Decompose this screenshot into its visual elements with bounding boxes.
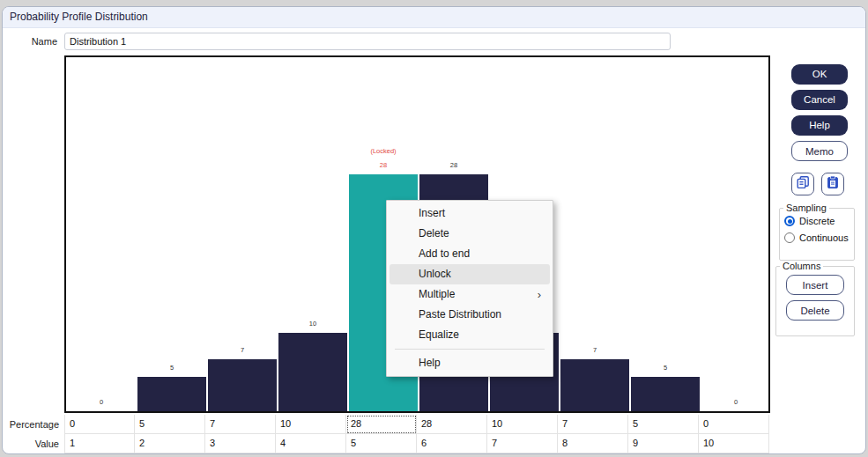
bar-value-label: 28 xyxy=(348,161,419,169)
table-cell[interactable]: 2 xyxy=(135,434,205,453)
menu-item-delete[interactable]: Delete xyxy=(389,224,550,244)
table-cell[interactable]: 10 xyxy=(276,415,346,434)
bar[interactable] xyxy=(137,377,206,411)
radio-label: Discrete xyxy=(799,216,835,226)
radio-icon xyxy=(784,232,795,243)
probability-profile-dialog: Probability Profile Distribution Name 05… xyxy=(2,6,866,454)
menu-item-unlock[interactable]: Unlock xyxy=(389,264,550,284)
help-button[interactable]: Help xyxy=(791,115,848,136)
radio-option-discrete[interactable]: Discrete xyxy=(780,213,854,230)
dialog-title: Probability Profile Distribution xyxy=(10,11,148,23)
table-cell[interactable]: 1 xyxy=(64,434,135,453)
paste-icon xyxy=(826,175,840,193)
bar-value-label: 5 xyxy=(630,364,701,372)
bar[interactable] xyxy=(208,359,277,411)
screen: Probability Profile Distribution Name 05… xyxy=(0,0,868,457)
radio-selected-icon xyxy=(784,216,795,226)
memo-button[interactable]: Memo xyxy=(791,141,848,161)
menu-item-help[interactable]: Help xyxy=(389,353,550,373)
bar-value-label: 0 xyxy=(701,398,771,406)
radio-option-continuous[interactable]: Continuous xyxy=(780,230,854,247)
table-cell[interactable]: 3 xyxy=(205,434,276,453)
copy-distribution-button[interactable] xyxy=(791,173,814,195)
table-cell[interactable]: 10 xyxy=(699,434,769,453)
menu-item-equalize[interactable]: Equalize xyxy=(389,325,550,345)
menu-separator xyxy=(395,349,545,350)
bar-value-label: 28 xyxy=(419,161,489,169)
paste-distribution-button[interactable] xyxy=(821,173,844,195)
table-cell[interactable]: 5 xyxy=(346,434,417,453)
bar-value-label: 7 xyxy=(207,346,278,354)
cancel-button[interactable]: Cancel xyxy=(791,90,848,110)
bar-value-label: 10 xyxy=(278,320,348,328)
copy-icon xyxy=(796,175,810,193)
table-cell[interactable]: 28 xyxy=(417,415,487,434)
columns-legend: Columns xyxy=(780,261,823,271)
columns-group: Columns Insert Delete xyxy=(775,261,855,336)
distribution-table: Percentage05710282810750Value12345678910 xyxy=(64,415,772,453)
row-label: Value xyxy=(3,434,59,453)
menu-item-multiple[interactable]: Multiple› xyxy=(389,284,550,305)
table-cell[interactable]: 4 xyxy=(276,434,346,453)
sampling-group: Sampling DiscreteContinuous xyxy=(779,203,855,261)
table-row: Value12345678910 xyxy=(64,434,772,453)
bar[interactable] xyxy=(560,359,629,411)
bar-value-label: 0 xyxy=(66,398,137,406)
menu-item-paste-distribution[interactable]: Paste Distribution xyxy=(389,305,550,325)
columns-insert-button[interactable]: Insert xyxy=(786,275,844,295)
bar-value-label: 5 xyxy=(137,364,207,372)
bar[interactable] xyxy=(278,333,347,411)
table-cell[interactable]: 8 xyxy=(558,434,628,453)
ok-button[interactable]: OK xyxy=(791,64,848,85)
bar[interactable] xyxy=(631,377,700,411)
columns-delete-button[interactable]: Delete xyxy=(786,300,844,321)
table-cell-selected[interactable]: 28 xyxy=(346,415,417,434)
table-cell[interactable]: 10 xyxy=(487,415,558,434)
table-cell[interactable]: 7 xyxy=(487,434,558,453)
name-input[interactable] xyxy=(64,33,671,50)
locked-annotation: (Locked) xyxy=(348,147,419,155)
table-cell[interactable]: 7 xyxy=(558,415,628,434)
row-label: Percentage xyxy=(3,415,59,434)
table-row: Percentage05710282810750 xyxy=(64,415,772,434)
table-cell[interactable]: 0 xyxy=(699,415,769,434)
table-cell[interactable]: 7 xyxy=(205,415,276,434)
table-cell[interactable]: 5 xyxy=(628,415,699,434)
table-cell[interactable]: 9 xyxy=(628,434,699,453)
radio-label: Continuous xyxy=(799,232,849,243)
dialog-titlebar: Probability Profile Distribution xyxy=(3,7,865,28)
menu-item-insert[interactable]: Insert xyxy=(389,203,550,224)
name-label: Name xyxy=(3,36,57,47)
table-cell[interactable]: 6 xyxy=(417,434,487,453)
menu-item-add-to-end[interactable]: Add to end xyxy=(389,244,550,264)
table-cell[interactable]: 0 xyxy=(64,415,135,434)
context-menu: InsertDeleteAdd to endUnlockMultiple›Pas… xyxy=(386,200,553,377)
bar-value-label: 7 xyxy=(560,346,630,354)
submenu-arrow-icon: › xyxy=(538,284,541,305)
sampling-legend: Sampling xyxy=(783,203,829,213)
table-cell[interactable]: 5 xyxy=(135,415,205,434)
